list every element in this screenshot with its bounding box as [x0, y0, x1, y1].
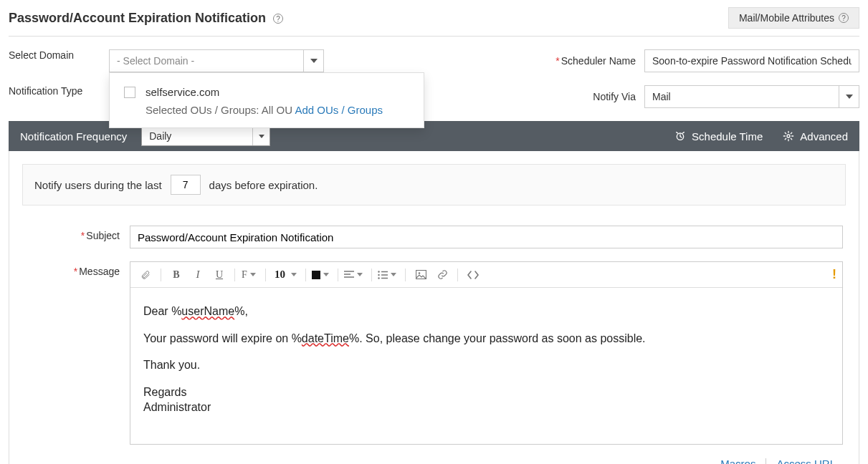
image-button[interactable]: [411, 266, 430, 284]
toolbar-separator: [305, 269, 306, 281]
scheduler-name-input[interactable]: [644, 49, 859, 72]
list-icon: [378, 271, 388, 279]
attach-button[interactable]: [136, 266, 155, 284]
notification-frequency-dropdown[interactable]: Daily: [141, 126, 270, 146]
toolbar-separator: [234, 269, 235, 281]
color-swatch-icon: [312, 271, 320, 279]
add-ous-groups-link[interactable]: Add OUs / Groups: [295, 104, 383, 116]
underline-button[interactable]: U: [210, 266, 229, 284]
chevron-down-icon: [846, 95, 853, 99]
font-color-dropdown[interactable]: [312, 266, 332, 284]
message-editor: B I U F 10: [130, 261, 843, 445]
notification-type-label: Notification Type: [9, 85, 109, 97]
toolbar-separator: [338, 269, 338, 281]
code-icon: [467, 271, 479, 279]
notify-via-value: Mail: [652, 91, 671, 102]
domain-option-checkbox[interactable]: [124, 87, 135, 98]
select-domain-chevron[interactable]: [303, 50, 323, 72]
chevron-down-icon: [259, 135, 264, 138]
chevron-down-icon: [250, 273, 256, 276]
notify-via-chevron[interactable]: [839, 86, 859, 107]
page-title: Password/Account Expiration Notification: [9, 11, 266, 25]
toolbar-separator: [371, 269, 372, 281]
chevron-down-icon: [391, 273, 396, 276]
italic-button[interactable]: I: [189, 266, 207, 284]
gear-icon: [783, 130, 794, 142]
link-button[interactable]: [433, 266, 452, 284]
access-url-link[interactable]: Access URL: [766, 458, 846, 464]
select-domain-label: Select Domain: [9, 49, 109, 61]
font-size-dropdown[interactable]: 10: [272, 266, 300, 284]
svg-point-2: [378, 271, 379, 272]
svg-point-1: [787, 135, 790, 137]
toolbar-separator: [457, 269, 458, 281]
message-label: *Message: [22, 261, 130, 277]
macros-link[interactable]: Macros: [710, 458, 766, 464]
select-domain-placeholder: - Select Domain -: [117, 55, 194, 67]
notify-via-dropdown[interactable]: Mail: [644, 85, 859, 108]
chevron-down-icon: [357, 273, 363, 276]
subject-input[interactable]: [130, 226, 843, 248]
domain-selected-text: Selected OUs / Groups: All OU: [146, 104, 295, 116]
link-icon: [437, 269, 448, 280]
editor-toolbar: B I U F 10: [130, 262, 842, 288]
warning-icon[interactable]: !: [832, 267, 836, 282]
schedule-time-button[interactable]: Schedule Time: [674, 130, 763, 142]
help-mailattr-icon[interactable]: ?: [839, 13, 849, 23]
paperclip-icon: [140, 270, 151, 280]
subject-label: *Subject: [22, 226, 130, 241]
image-icon: [416, 270, 426, 279]
editor-body[interactable]: Dear %userName%, Your password will expi…: [130, 288, 842, 444]
select-domain-dropdown[interactable]: - Select Domain -: [109, 49, 324, 72]
editor-links-row: Macros Access URL: [22, 458, 846, 464]
notify-days-after-text: days before expiration.: [209, 179, 318, 191]
code-button[interactable]: [464, 266, 482, 284]
svg-point-3: [378, 274, 379, 275]
mail-mobile-attributes-button[interactable]: Mail/Mobile Attributes ?: [728, 7, 859, 29]
align-dropdown[interactable]: [344, 266, 366, 284]
alarm-clock-icon: [674, 130, 686, 142]
scheduler-name-label: *Scheduler Name: [540, 55, 644, 67]
notify-via-label: Notify Via: [540, 91, 644, 102]
main-panel: Notify users during the last days before…: [9, 151, 859, 464]
help-title-icon[interactable]: ?: [273, 14, 283, 24]
domain-option-label[interactable]: selfservice.com: [146, 86, 219, 98]
align-left-icon: [344, 271, 354, 279]
chevron-down-icon: [291, 273, 297, 276]
list-dropdown[interactable]: [378, 266, 399, 284]
chevron-down-icon: [310, 59, 318, 63]
svg-point-6: [418, 272, 420, 274]
svg-point-4: [378, 277, 379, 279]
notify-days-row: Notify users during the last days before…: [22, 164, 846, 206]
domain-dropdown-panel: selfservice.com Selected OUs / Groups: A…: [109, 72, 424, 128]
toolbar-separator: [161, 269, 161, 281]
frequency-chevron[interactable]: [252, 127, 270, 145]
advanced-button[interactable]: Advanced: [783, 130, 848, 142]
notification-frequency-value: Daily: [149, 130, 171, 142]
toolbar-separator: [405, 269, 406, 281]
mail-mobile-attributes-label: Mail/Mobile Attributes: [739, 12, 834, 24]
notify-days-input[interactable]: [171, 175, 201, 195]
notify-days-before-text: Notify users during the last: [34, 179, 162, 191]
bold-button[interactable]: B: [167, 266, 186, 284]
font-family-dropdown[interactable]: F: [241, 266, 259, 284]
schedule-time-label: Schedule Time: [692, 130, 763, 142]
advanced-label: Advanced: [800, 130, 848, 142]
notification-frequency-label: Notification Frequency: [20, 130, 127, 142]
chevron-down-icon: [323, 273, 329, 276]
toolbar-separator: [265, 269, 266, 281]
